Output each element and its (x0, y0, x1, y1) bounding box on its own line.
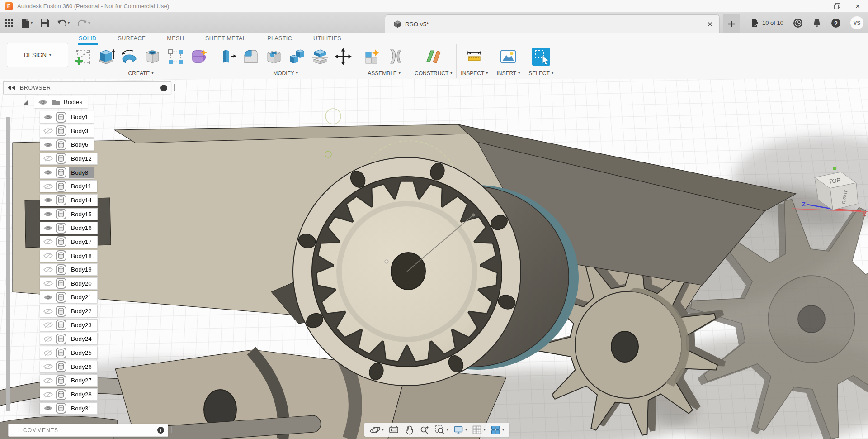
viewport-3d[interactable]: TOP RIGHT Z X (0, 79, 868, 439)
browser-body-row[interactable]: Body20 (40, 277, 98, 290)
extension-manager-button[interactable] (793, 18, 803, 28)
browser-body-row[interactable]: Body12 (40, 153, 98, 165)
zoom-button[interactable] (419, 425, 430, 435)
visibility-toggle[interactable] (43, 308, 54, 315)
body-label[interactable]: Body19 (69, 264, 97, 275)
group-select-label[interactable]: SELECT▾ (528, 70, 553, 76)
visibility-toggle[interactable] (43, 169, 54, 176)
browser-body-row[interactable]: Body8 (40, 167, 94, 179)
restore-button[interactable] (826, 0, 847, 12)
visibility-toggle[interactable] (43, 114, 54, 120)
group-create-label[interactable]: CREATE▾ (128, 70, 154, 76)
browser-scrollbar[interactable] (6, 117, 10, 411)
browser-body-row[interactable]: Body23 (40, 319, 98, 331)
minimize-button[interactable] (806, 0, 826, 12)
browser-body-row[interactable]: Body11 (40, 180, 97, 192)
orbit-button[interactable]: ▾ (370, 425, 384, 435)
look-at-button[interactable] (388, 425, 399, 435)
group-assemble-label[interactable]: ASSEMBLE▾ (368, 70, 401, 76)
body-label[interactable]: Body16 (69, 222, 97, 234)
browser-body-row[interactable]: Body15 (40, 208, 98, 220)
visibility-toggle[interactable] (43, 239, 54, 245)
display-settings-button[interactable]: ▾ (453, 425, 467, 435)
visibility-toggle[interactable] (43, 155, 54, 162)
body-label[interactable]: Body6 (69, 139, 94, 150)
browser-body-row[interactable]: Body19 (40, 263, 98, 276)
create-sketch-button[interactable] (73, 45, 94, 68)
group-modify-label[interactable]: MODIFY▾ (273, 70, 298, 76)
visibility-toggle[interactable] (43, 350, 54, 356)
new-document-tab-button[interactable] (723, 14, 740, 33)
tab-solid[interactable]: SOLID (78, 34, 98, 45)
browser-body-row[interactable]: Body16 (40, 222, 98, 234)
browser-body-row[interactable]: Body24 (40, 333, 98, 345)
grid-snaps-button[interactable]: ▾ (472, 425, 486, 435)
group-inspect-label[interactable]: INSPECT▾ (461, 70, 488, 76)
save-button[interactable] (40, 19, 49, 28)
browser-body-row[interactable]: Body1 (40, 111, 94, 123)
close-button[interactable]: ✕ (847, 0, 868, 12)
browser-body-row[interactable]: Body18 (40, 250, 98, 262)
body-label[interactable]: Body11 (69, 181, 97, 192)
body-label[interactable]: Body22 (69, 305, 97, 317)
body-label[interactable]: Body20 (69, 278, 97, 289)
visibility-toggle[interactable] (43, 363, 54, 370)
visibility-toggle[interactable] (43, 405, 54, 411)
add-comment-button[interactable]: + (157, 427, 164, 434)
visibility-toggle[interactable] (43, 128, 54, 134)
body-label[interactable]: Body23 (69, 320, 97, 331)
file-menu-button[interactable]: ▾ (21, 18, 33, 28)
body-label[interactable]: Body17 (69, 236, 97, 248)
joint-button[interactable] (385, 45, 406, 68)
group-construct-label[interactable]: CONSTRUCT▾ (415, 70, 452, 76)
browser-body-row[interactable]: Body28 (40, 388, 98, 401)
body-label[interactable]: Body15 (69, 209, 97, 220)
body-label[interactable]: Body24 (69, 333, 97, 344)
document-tab-close-button[interactable] (707, 21, 713, 27)
body-label[interactable]: Body31 (69, 403, 97, 414)
extrude-button[interactable] (96, 45, 117, 68)
body-label[interactable]: Body3 (69, 125, 94, 137)
comments-panel[interactable]: COMMENTS + (8, 424, 168, 437)
body-label[interactable]: Body8 (69, 167, 94, 178)
browser-body-row[interactable]: Body26 (40, 361, 98, 373)
visibility-toggle[interactable] (43, 280, 54, 286)
visibility-toggle[interactable] (43, 391, 54, 398)
visibility-toggle[interactable] (43, 377, 54, 384)
visibility-toggle[interactable] (43, 142, 54, 148)
body-label[interactable]: Body12 (69, 153, 97, 164)
visibility-toggle[interactable] (43, 183, 54, 190)
browser-body-row[interactable]: Body17 (40, 236, 98, 248)
browser-body-row[interactable]: Body3 (40, 125, 94, 137)
tab-surface[interactable]: SURFACE (117, 34, 147, 45)
insert-image-button[interactable] (498, 45, 519, 68)
select-button[interactable] (531, 45, 552, 68)
visibility-toggle[interactable] (43, 211, 54, 217)
body-label[interactable]: Body1 (69, 111, 94, 123)
browser-collapse-button[interactable]: – (160, 85, 167, 91)
visibility-toggle[interactable] (43, 294, 54, 301)
fillet-button[interactable] (241, 45, 261, 68)
job-status-button[interactable]: 10 of 10 (751, 19, 783, 28)
document-tab[interactable]: RSO v5* (385, 14, 720, 33)
tab-mesh[interactable]: MESH (166, 34, 185, 45)
browser-body-row[interactable]: Body22 (40, 305, 98, 317)
browser-bodies-folder[interactable]: Bodies (22, 96, 88, 108)
visibility-toggle[interactable] (43, 322, 54, 328)
hole-button[interactable] (142, 45, 163, 68)
revolve-button[interactable] (119, 45, 140, 68)
tab-utilities[interactable]: UTILITIES (312, 34, 342, 45)
comments-resize-grip[interactable] (170, 426, 172, 433)
create-form-button[interactable] (188, 45, 209, 68)
combine-button[interactable] (287, 45, 307, 68)
construction-plane-button[interactable] (423, 45, 444, 68)
app-grid-button[interactable] (5, 19, 14, 28)
browser-body-row[interactable]: Body25 (40, 347, 98, 359)
browser-resize-grip[interactable] (173, 84, 175, 91)
browser-body-row[interactable]: Body21 (40, 291, 98, 303)
browser-body-row[interactable]: Body6 (40, 138, 94, 151)
visibility-toggle[interactable] (43, 253, 54, 259)
help-button[interactable]: ? (831, 18, 841, 28)
body-label[interactable]: Body26 (69, 361, 97, 372)
collapse-panel-icon[interactable] (7, 85, 15, 91)
